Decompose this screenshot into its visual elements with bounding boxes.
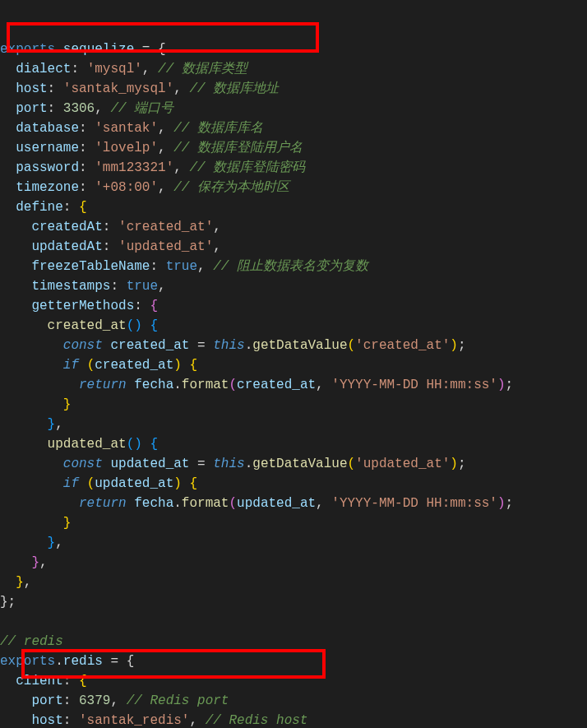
code-line[interactable]: };: [0, 592, 587, 612]
code-content: exports.sequelize = { dialect: 'mysql', …: [0, 39, 587, 728]
code-line[interactable]: client: {: [0, 671, 587, 691]
code-line[interactable]: }: [0, 513, 587, 533]
code-line[interactable]: // redis: [0, 632, 587, 651]
code-editor[interactable]: exports.sequelize = { dialect: 'mysql', …: [0, 0, 587, 728]
code-line[interactable]: getterMethods: {: [0, 296, 587, 316]
code-line[interactable]: },: [0, 533, 587, 553]
code-line[interactable]: updated_at() {: [0, 434, 587, 454]
code-line[interactable]: freezeTableName: true, // 阻止数据表名变为复数: [0, 257, 587, 276]
code-line[interactable]: return fecha.format(created_at, 'YYYY-MM…: [0, 375, 587, 395]
code-line[interactable]: dialect: 'mysql', // 数据库类型: [0, 59, 587, 79]
code-line[interactable]: exports.sequelize = {: [0, 39, 587, 59]
code-line[interactable]: const created_at = this.getDataValue('cr…: [0, 336, 587, 355]
code-line[interactable]: updatedAt: 'updated_at',: [0, 237, 587, 257]
code-line[interactable]: host: 'santak_redis', // Redis host: [0, 711, 587, 728]
code-line[interactable]: },: [0, 573, 587, 592]
code-line[interactable]: return fecha.format(updated_at, 'YYYY-MM…: [0, 494, 587, 513]
code-line[interactable]: timezone: '+08:00', // 保存为本地时区: [0, 178, 587, 197]
code-line[interactable]: database: 'santak', // 数据库库名: [0, 118, 587, 138]
code-line[interactable]: timestamps: true,: [0, 276, 587, 296]
code-line[interactable]: port: 3306, // 端口号: [0, 99, 587, 118]
code-line[interactable]: port: 6379, // Redis port: [0, 691, 587, 711]
code-line[interactable]: if (created_at) {: [0, 355, 587, 375]
code-line[interactable]: [0, 612, 587, 632]
code-line[interactable]: username: 'lovelp', // 数据库登陆用户名: [0, 138, 587, 158]
code-line[interactable]: define: {: [0, 197, 587, 217]
code-line[interactable]: },: [0, 415, 587, 434]
code-line[interactable]: createdAt: 'created_at',: [0, 217, 587, 237]
code-line[interactable]: if (updated_at) {: [0, 474, 587, 494]
code-line[interactable]: const updated_at = this.getDataValue('up…: [0, 454, 587, 474]
code-line[interactable]: },: [0, 553, 587, 573]
code-line[interactable]: host: 'santak_mysql', // 数据库地址: [0, 79, 587, 99]
code-line[interactable]: password: 'mm123321', // 数据库登陆密码: [0, 158, 587, 178]
code-line[interactable]: exports.redis = {: [0, 651, 587, 671]
code-line[interactable]: }: [0, 395, 587, 415]
code-line[interactable]: created_at() {: [0, 316, 587, 336]
